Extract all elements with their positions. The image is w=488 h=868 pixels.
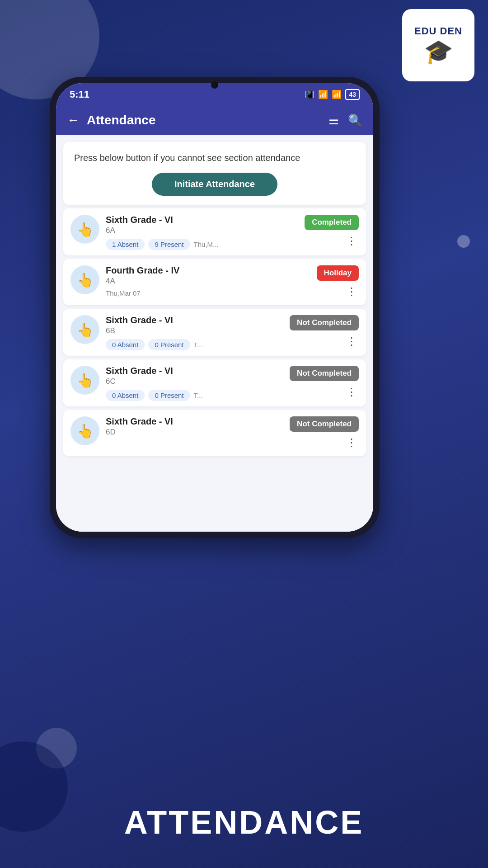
list-item[interactable]: 👆 Sixth Grade - VI 6A 1 Absent 9 Present…: [63, 208, 366, 255]
item-top-row: 👆 Sixth Grade - VI 6A 1 Absent 9 Present…: [70, 215, 359, 250]
item-badges: 1 Absent 9 Present Thu,M...: [106, 239, 305, 250]
status-icons: 📳 📶 📶 43: [305, 89, 360, 100]
attendance-list: 👆 Sixth Grade - VI 6A 1 Absent 9 Present…: [56, 208, 373, 456]
vibrate-icon: 📳: [305, 90, 314, 99]
signal-icon: 📶: [332, 90, 342, 99]
item-badges: 0 Absent 0 Present T...: [106, 339, 290, 350]
section-label: 6A: [106, 226, 305, 235]
avatar: 👆: [70, 416, 99, 445]
section-label: 4A: [106, 277, 317, 286]
section-label: 6B: [106, 326, 290, 335]
item-top-row: 👆 Sixth Grade - VI 6D Not Completed ⋮: [70, 416, 359, 451]
item-top-row: 👆 Fourth Grade - IV 4A Thu,Mar 07 Holida…: [70, 265, 359, 300]
grade-label: Sixth Grade - VI: [106, 215, 305, 225]
date-badge: T...: [194, 392, 203, 399]
item-left: 👆 Sixth Grade - VI 6D: [70, 416, 290, 445]
avatar: 👆: [70, 366, 99, 395]
section-label: 6D: [106, 428, 290, 437]
date-badge: Thu,Mar 07: [106, 289, 141, 297]
bg-decoration-mid-right: [457, 235, 470, 248]
item-info: Sixth Grade - VI 6C 0 Absent 0 Present T…: [106, 366, 290, 401]
avatar: 👆: [70, 315, 99, 344]
scroll-content: Press below button if you cannot see sec…: [56, 135, 373, 532]
list-item[interactable]: 👆 Sixth Grade - VI 6C 0 Absent 0 Present…: [63, 359, 366, 406]
more-options-button[interactable]: ⋮: [344, 233, 359, 249]
avatar: 👆: [70, 215, 99, 244]
header-right: ⚌ 🔍: [328, 113, 362, 127]
item-right: Not Completed ⋮: [290, 315, 359, 349]
item-info: Sixth Grade - VI 6D: [106, 416, 290, 437]
item-right: Holiday ⋮: [317, 265, 359, 300]
status-badge: Not Completed: [290, 315, 359, 330]
back-button[interactable]: ←: [67, 113, 80, 127]
item-left: 👆 Sixth Grade - VI 6B 0 Absent 0 Present…: [70, 315, 290, 350]
item-info: Sixth Grade - VI 6A 1 Absent 9 Present T…: [106, 215, 305, 250]
absent-badge: 1 Absent: [106, 239, 145, 250]
banner: Press below button if you cannot see sec…: [63, 142, 366, 205]
item-top-row: 👆 Sixth Grade - VI 6B 0 Absent 0 Present…: [70, 315, 359, 350]
item-right: Completed ⋮: [305, 215, 359, 249]
phone-screen: 5:11 📳 📶 📶 43 ← Attendance ⚌ 🔍 Pres: [56, 83, 373, 532]
absent-badge: 0 Absent: [106, 339, 145, 350]
grade-label: Fourth Grade - IV: [106, 265, 317, 276]
item-right: Not Completed ⋮: [290, 366, 359, 400]
grade-label: Sixth Grade - VI: [106, 366, 290, 376]
date-badge: Thu,M...: [194, 241, 219, 248]
more-options-button[interactable]: ⋮: [344, 283, 359, 300]
section-label: 6C: [106, 377, 290, 386]
more-options-button[interactable]: ⋮: [344, 333, 359, 349]
logo: EDU DEN 🎓: [402, 9, 474, 81]
item-badges: 0 Absent 0 Present T...: [106, 390, 290, 401]
header-left: ← Attendance: [67, 113, 155, 127]
item-left: 👆 Fourth Grade - IV 4A Thu,Mar 07: [70, 265, 317, 297]
present-badge: 0 Present: [148, 390, 190, 401]
item-left: 👆 Sixth Grade - VI 6C 0 Absent 0 Present…: [70, 366, 290, 401]
list-item[interactable]: 👆 Fourth Grade - IV 4A Thu,Mar 07 Holida…: [63, 259, 366, 305]
item-info: Sixth Grade - VI 6B 0 Absent 0 Present T…: [106, 315, 290, 350]
item-info: Fourth Grade - IV 4A Thu,Mar 07: [106, 265, 317, 297]
list-item[interactable]: 👆 Sixth Grade - VI 6D Not Completed ⋮: [63, 410, 366, 456]
banner-text: Press below button if you cannot see sec…: [74, 151, 355, 165]
graduation-icon: 🎓: [424, 38, 453, 66]
list-item[interactable]: 👆 Sixth Grade - VI 6B 0 Absent 0 Present…: [63, 309, 366, 356]
phone-frame: 5:11 📳 📶 📶 43 ← Attendance ⚌ 🔍 Pres: [50, 77, 380, 538]
initiate-attendance-button[interactable]: Initiate Attendance: [152, 173, 277, 196]
logo-text: EDU DEN: [414, 25, 462, 37]
more-options-button[interactable]: ⋮: [344, 384, 359, 400]
present-badge: 9 Present: [148, 239, 190, 250]
item-top-row: 👆 Sixth Grade - VI 6C 0 Absent 0 Present…: [70, 366, 359, 401]
page-title: Attendance: [87, 113, 155, 127]
status-time: 5:11: [70, 89, 89, 100]
status-badge: Not Completed: [290, 416, 359, 432]
wifi-icon: 📶: [318, 90, 328, 99]
filter-icon[interactable]: ⚌: [328, 113, 339, 127]
status-badge: Completed: [305, 215, 359, 230]
item-right: Not Completed ⋮: [290, 416, 359, 451]
absent-badge: 0 Absent: [106, 390, 145, 401]
app-header: ← Attendance ⚌ 🔍: [56, 106, 373, 135]
date-badge: T...: [194, 341, 203, 349]
grade-label: Sixth Grade - VI: [106, 315, 290, 326]
search-icon[interactable]: 🔍: [348, 113, 362, 127]
grade-label: Sixth Grade - VI: [106, 416, 290, 427]
more-options-button[interactable]: ⋮: [344, 434, 359, 451]
present-badge: 0 Present: [148, 339, 190, 350]
item-left: 👆 Sixth Grade - VI 6A 1 Absent 9 Present…: [70, 215, 305, 250]
item-badges: Thu,Mar 07: [106, 289, 317, 297]
bottom-label: ATTENDANCE: [0, 804, 488, 841]
camera-notch: [211, 81, 218, 89]
status-badge: Holiday: [317, 265, 359, 281]
avatar: 👆: [70, 265, 99, 294]
battery-icon: 43: [345, 89, 360, 100]
status-badge: Not Completed: [290, 366, 359, 381]
